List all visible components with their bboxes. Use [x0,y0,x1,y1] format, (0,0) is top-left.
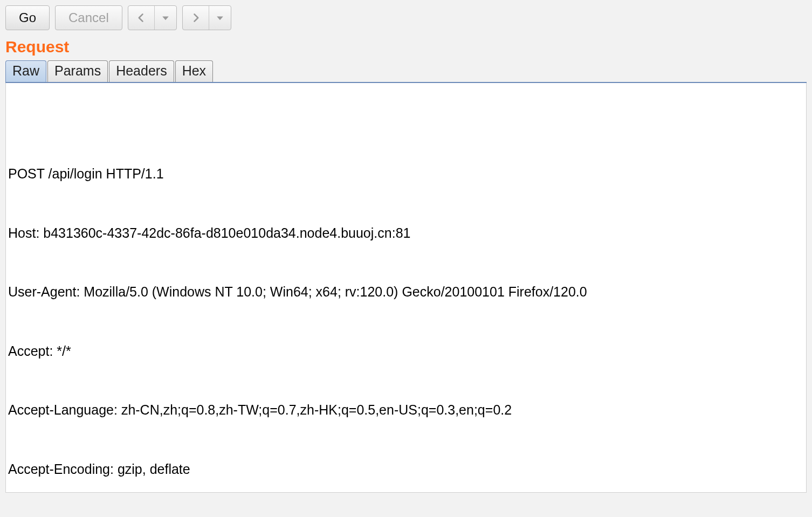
history-forward-group [182,5,231,30]
history-back-group [128,5,177,30]
cancel-button[interactable]: Cancel [55,5,122,30]
request-header-line: Accept: */* [8,341,804,361]
tab-headers[interactable]: Headers [109,60,174,82]
toolbar: Go Cancel [5,5,807,30]
chevron-left-icon [136,12,147,23]
history-forward-button[interactable] [183,6,209,30]
request-header-line: User-Agent: Mozilla/5.0 (Windows NT 10.0… [8,282,804,302]
caret-down-icon [160,12,171,23]
request-header-line: Accept-Language: zh-CN,zh;q=0.8,zh-TW;q=… [8,400,804,420]
tabs: Raw Params Headers Hex [5,60,807,83]
caret-down-icon [215,12,225,23]
request-line: POST /api/login HTTP/1.1 [8,164,804,184]
history-back-button[interactable] [128,6,154,30]
go-button[interactable]: Go [5,5,50,30]
chevron-right-icon [190,12,201,23]
request-editor[interactable]: POST /api/login HTTP/1.1 Host: b431360c-… [5,83,807,493]
tab-hex[interactable]: Hex [175,60,213,82]
request-header-line: Host: b431360c-4337-42dc-86fa-d810e010da… [8,223,804,243]
tab-raw[interactable]: Raw [5,60,46,82]
request-header-line: Accept-Encoding: gzip, deflate [8,459,804,479]
history-forward-menu-button[interactable] [209,6,231,30]
tab-params[interactable]: Params [47,60,108,82]
section-title: Request [5,38,807,56]
history-back-menu-button[interactable] [154,6,176,30]
